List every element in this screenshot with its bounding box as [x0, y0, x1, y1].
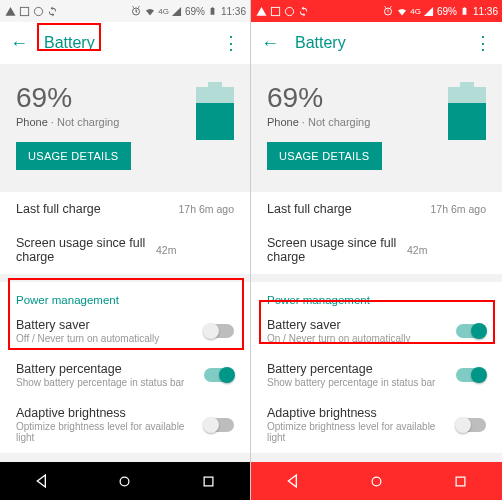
svg-rect-0: [20, 7, 28, 15]
battery-percentage-row[interactable]: Battery percentageShow battery percentag…: [0, 354, 250, 398]
power-management-section: Power management Battery saverOff / Neve…: [0, 282, 250, 453]
content: 69% Phone · Not charging USAGE DETAILS L…: [251, 64, 502, 462]
back-icon[interactable]: ←: [261, 33, 279, 54]
sync-icon: [46, 5, 58, 17]
circle-a-icon: [32, 5, 44, 17]
alarm-icon: [382, 5, 394, 17]
stats-section: Last full charge 17h 6m ago Screen usage…: [251, 192, 502, 274]
svg-rect-6: [204, 477, 213, 486]
app-bar: ← Battery ⋮: [251, 22, 502, 64]
warning-icon: [255, 5, 267, 17]
battery-hero: 69% Phone · Not charging USAGE DETAILS: [251, 64, 502, 184]
adaptive-brightness-row[interactable]: Adaptive brightnessOptimize brightness l…: [251, 398, 502, 453]
image-icon: [269, 5, 281, 17]
svg-rect-7: [271, 7, 279, 15]
network-label: 4G: [158, 7, 169, 16]
sync-icon: [297, 5, 309, 17]
nav-recent-icon[interactable]: [451, 472, 469, 490]
nav-back-icon[interactable]: [33, 472, 51, 490]
power-management-section: Power management Battery saverOn / Never…: [251, 282, 502, 453]
battery-saver-row[interactable]: Battery saverOff / Never turn on automat…: [0, 310, 250, 354]
phone-left: 4G 69% 11:36 ← Battery ⋮ 69% Phone · Not…: [0, 0, 251, 500]
phone-right: 4G 69% 11:36 ← Battery ⋮ 69% Phone · Not…: [251, 0, 502, 500]
charge-state: Phone · Not charging: [16, 116, 186, 128]
battery-percent: 69%: [267, 82, 438, 114]
battery-pct: 69%: [185, 6, 205, 17]
battery-percent: 69%: [16, 82, 186, 114]
screen-usage-row[interactable]: Screen usage since full charge 42m: [0, 226, 250, 274]
toggle-switch[interactable]: [204, 418, 234, 432]
warning-icon: [4, 5, 16, 17]
toggle-switch[interactable]: [456, 418, 486, 432]
nav-home-icon[interactable]: [116, 472, 134, 490]
charge-state: Phone · Not charging: [267, 116, 438, 128]
usage-details-button[interactable]: USAGE DETAILS: [16, 142, 131, 170]
wifi-icon: [144, 5, 156, 17]
screen-usage-row[interactable]: Screen usage since full charge 42m: [251, 226, 502, 274]
toggle-switch[interactable]: [456, 324, 486, 338]
wifi-icon: [396, 5, 408, 17]
svg-rect-3: [211, 8, 215, 15]
usage-details-button[interactable]: USAGE DETAILS: [267, 142, 382, 170]
toggle-switch[interactable]: [204, 368, 234, 382]
status-bar: 4G 69% 11:36: [251, 0, 502, 22]
svg-rect-4: [212, 7, 214, 8]
toggle-switch[interactable]: [456, 368, 486, 382]
battery-hero: 69% Phone · Not charging USAGE DETAILS: [0, 64, 250, 184]
svg-rect-11: [464, 7, 466, 8]
last-charge-row[interactable]: Last full charge 17h 6m ago: [251, 192, 502, 226]
battery-icon: [207, 5, 219, 17]
nav-back-icon[interactable]: [284, 472, 302, 490]
network-label: 4G: [410, 7, 421, 16]
status-bar: 4G 69% 11:36: [0, 0, 250, 22]
svg-rect-13: [456, 477, 465, 486]
battery-percentage-row[interactable]: Battery percentageShow battery percentag…: [251, 354, 502, 398]
nav-bar: [251, 462, 502, 500]
battery-graphic: [448, 82, 486, 140]
section-header: Power management: [251, 282, 502, 310]
signal-icon: [423, 5, 435, 17]
adaptive-brightness-row[interactable]: Adaptive brightnessOptimize brightness l…: [0, 398, 250, 453]
nav-recent-icon[interactable]: [199, 472, 217, 490]
last-charge-row[interactable]: Last full charge 17h 6m ago: [0, 192, 250, 226]
toggle-switch[interactable]: [204, 324, 234, 338]
battery-icon: [459, 5, 471, 17]
back-icon[interactable]: ←: [10, 33, 28, 54]
stats-section: Last full charge 17h 6m ago Screen usage…: [0, 192, 250, 274]
svg-point-5: [121, 477, 130, 486]
battery-graphic: [196, 82, 234, 140]
svg-rect-10: [463, 8, 467, 15]
svg-point-1: [34, 7, 42, 15]
section-header: Power management: [0, 282, 250, 310]
alarm-icon: [130, 5, 142, 17]
overflow-icon[interactable]: ⋮: [222, 32, 240, 54]
content: 69% Phone · Not charging USAGE DETAILS L…: [0, 64, 250, 462]
battery-saver-row[interactable]: Battery saverOn / Never turn on automati…: [251, 310, 502, 354]
circle-a-icon: [283, 5, 295, 17]
nav-bar: [0, 462, 250, 500]
battery-pct: 69%: [437, 6, 457, 17]
svg-point-12: [372, 477, 381, 486]
clock: 11:36: [221, 6, 246, 17]
signal-icon: [171, 5, 183, 17]
page-title: Battery: [295, 34, 458, 52]
app-bar: ← Battery ⋮: [0, 22, 250, 64]
clock: 11:36: [473, 6, 498, 17]
svg-point-8: [285, 7, 293, 15]
nav-home-icon[interactable]: [367, 472, 385, 490]
image-icon: [18, 5, 30, 17]
page-title: Battery: [44, 34, 206, 52]
overflow-icon[interactable]: ⋮: [474, 32, 492, 54]
